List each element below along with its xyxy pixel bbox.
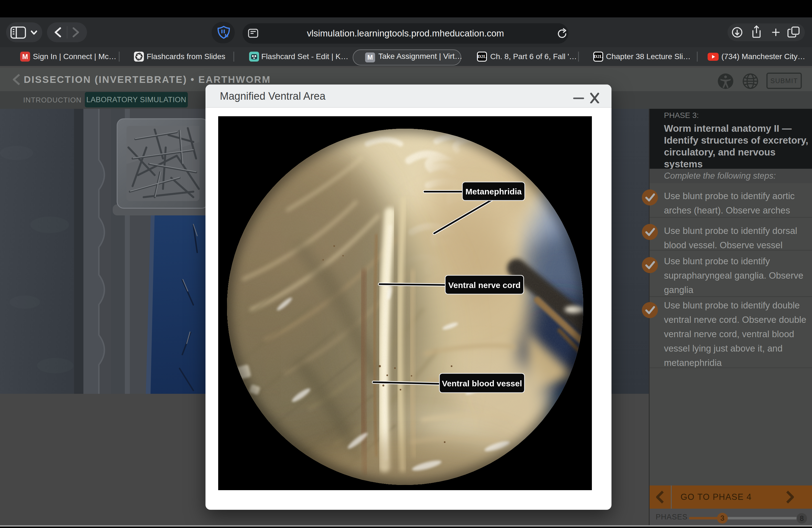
svg-text:Ventral blood vessel: Ventral blood vessel xyxy=(442,379,522,388)
svg-text:Ventral nerve cord: Ventral nerve cord xyxy=(448,281,521,290)
svg-text:M: M xyxy=(225,33,228,38)
svg-text:Metanephridia: Metanephridia xyxy=(465,187,522,196)
